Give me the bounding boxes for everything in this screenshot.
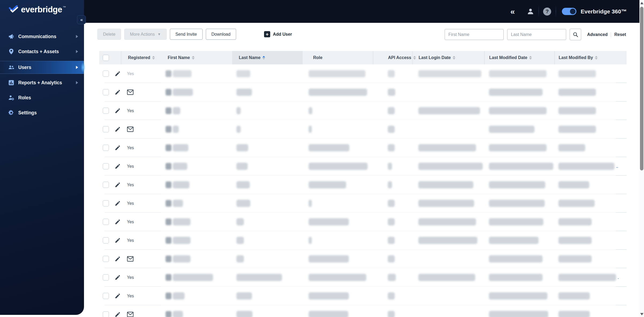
- select-all-checkbox[interactable]: [103, 55, 109, 61]
- edit-user-button[interactable]: [115, 219, 121, 225]
- row-checkbox[interactable]: [103, 311, 109, 317]
- row-checkbox[interactable]: [103, 163, 109, 169]
- table-cell: [554, 213, 627, 231]
- edit-user-button[interactable]: [115, 293, 121, 299]
- table-cell: [232, 157, 303, 176]
- delete-button[interactable]: Delete: [97, 29, 121, 40]
- edit-user-button[interactable]: [115, 126, 121, 132]
- sidebar-item-contacts-assets[interactable]: Contacts + Assets: [0, 45, 84, 58]
- table-cell: [554, 83, 627, 101]
- redacted-text: [173, 144, 188, 151]
- row-checkbox[interactable]: [103, 274, 109, 280]
- edit-pencil-icon[interactable]: [115, 182, 121, 188]
- edit-pencil-icon[interactable]: [115, 163, 121, 169]
- row-checkbox[interactable]: [103, 237, 109, 243]
- sidebar-item-reports-analytics[interactable]: Reports + Analytics: [0, 76, 84, 89]
- edit-pencil-icon[interactable]: [115, 311, 121, 317]
- edit-user-button[interactable]: [115, 237, 121, 243]
- edit-user-button[interactable]: [115, 163, 121, 169]
- edit-pencil-icon[interactable]: [115, 108, 121, 114]
- resend-invite-email-icon[interactable]: [127, 256, 134, 262]
- vertical-scrollbar[interactable]: [639, 0, 644, 317]
- column-header-last-login-date[interactable]: Last Login Date: [412, 51, 484, 64]
- edit-user-button[interactable]: [115, 89, 121, 95]
- redacted-text: [558, 107, 596, 114]
- edit-pencil-icon[interactable]: [115, 274, 121, 280]
- reset-search-link[interactable]: Reset: [614, 32, 626, 37]
- send-invite-button[interactable]: Send Invite: [170, 29, 203, 40]
- edit-pencil-icon[interactable]: [115, 219, 121, 225]
- column-header-api-access[interactable]: API Access: [373, 51, 412, 64]
- resend-invite-button[interactable]: [127, 256, 134, 262]
- column-header-last-modified-date[interactable]: Last Modified Date: [484, 51, 554, 64]
- sidebar-item-users[interactable]: Users: [0, 61, 84, 74]
- sidebar-item-communications[interactable]: Communications: [0, 30, 84, 43]
- edit-user-button[interactable]: [115, 145, 121, 151]
- last-name-search-input[interactable]: [507, 29, 566, 40]
- resend-invite-button[interactable]: [127, 312, 134, 317]
- edit-pencil-icon[interactable]: [115, 126, 121, 132]
- row-checkbox[interactable]: [103, 89, 109, 95]
- edit-pencil-icon[interactable]: [115, 71, 121, 77]
- scroll-down-icon[interactable]: [640, 313, 643, 315]
- column-header-last-name[interactable]: Last Name: [232, 51, 303, 64]
- table-cell: [161, 101, 232, 120]
- registered-yes-label: Yes: [127, 294, 134, 298]
- row-checkbox[interactable]: [103, 219, 109, 225]
- add-user-button[interactable]: + Add User: [264, 29, 292, 40]
- edit-pencil-icon[interactable]: [115, 145, 121, 151]
- row-checkbox[interactable]: [103, 108, 109, 114]
- redacted-text: [558, 181, 589, 188]
- column-header-registered[interactable]: Registered: [121, 51, 161, 64]
- edit-user-button[interactable]: [115, 256, 121, 262]
- scroll-up-icon[interactable]: [640, 2, 643, 4]
- everbridge-360-toggle[interactable]: [562, 8, 576, 15]
- row-checkbox[interactable]: [103, 126, 109, 132]
- edit-pencil-icon[interactable]: [115, 89, 121, 95]
- row-select-cell: [99, 139, 121, 157]
- everbridge-360-label: Everbridge 360™: [581, 8, 627, 15]
- column-header-first-name[interactable]: First Name: [161, 51, 232, 64]
- row-checkbox[interactable]: [103, 256, 109, 262]
- more-actions-button[interactable]: More Actions ▼: [124, 29, 166, 40]
- edit-user-button[interactable]: [115, 200, 121, 206]
- sidebar-item-roles[interactable]: Roles: [0, 92, 84, 104]
- table-cell: [484, 64, 554, 83]
- sidebar-collapse-button[interactable]: «: [77, 15, 86, 24]
- download-button[interactable]: Download: [206, 29, 236, 40]
- edit-user-button[interactable]: [115, 108, 121, 114]
- row-checkbox[interactable]: [103, 71, 109, 77]
- edit-pencil-icon[interactable]: [115, 293, 121, 299]
- advanced-search-link[interactable]: Advanced: [587, 32, 608, 37]
- row-checkbox[interactable]: [103, 293, 109, 299]
- edit-user-button[interactable]: [115, 182, 121, 188]
- resend-invite-email-icon[interactable]: [127, 312, 134, 317]
- edit-user-button[interactable]: [115, 71, 121, 77]
- table-cell: [484, 83, 554, 101]
- sidebar-item-settings[interactable]: Settings: [0, 107, 84, 119]
- row-checkbox[interactable]: [103, 182, 109, 188]
- registered-yes-label: Yes: [127, 183, 134, 187]
- scrollbar-thumb[interactable]: [640, 7, 643, 170]
- resend-invite-email-icon[interactable]: [127, 126, 134, 132]
- redacted-avatar: [166, 144, 171, 151]
- topbar-collapse-icon[interactable]: «: [510, 0, 514, 23]
- edit-pencil-icon[interactable]: [115, 237, 121, 243]
- edit-pencil-icon[interactable]: [115, 256, 121, 262]
- resend-invite-email-icon[interactable]: [127, 89, 134, 95]
- resend-invite-button[interactable]: [127, 89, 134, 95]
- first-name-search-input[interactable]: [445, 29, 504, 40]
- edit-pencil-icon[interactable]: [115, 200, 121, 206]
- edit-user-button[interactable]: [115, 274, 121, 280]
- row-checkbox[interactable]: [103, 145, 109, 151]
- help-button[interactable]: ?: [543, 0, 551, 23]
- user-account-button[interactable]: [526, 0, 535, 23]
- column-header-select[interactable]: [99, 51, 121, 64]
- row-checkbox[interactable]: [103, 200, 109, 206]
- search-button[interactable]: [570, 29, 581, 40]
- column-header-last-modified-by[interactable]: Last Modified By: [554, 51, 627, 64]
- edit-user-button[interactable]: [115, 311, 121, 317]
- resend-invite-button[interactable]: [127, 126, 134, 132]
- table-cell: .: [554, 268, 627, 287]
- redacted-avatar: [166, 274, 171, 281]
